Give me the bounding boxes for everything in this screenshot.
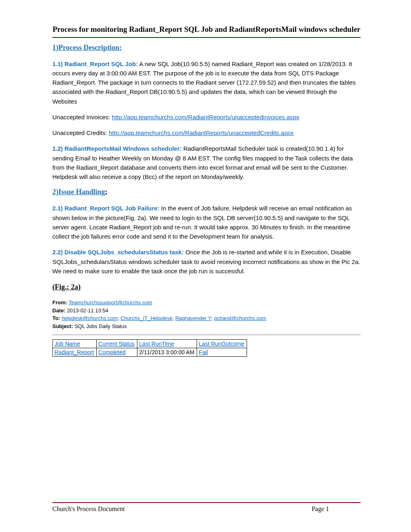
footer-left: Church's Process Document — [52, 505, 312, 513]
cell-job-name: Radiant_Report — [53, 348, 97, 357]
footer-page: Page 1 — [296, 505, 345, 513]
cell-last-runoutcome: Fail — [197, 348, 247, 357]
status-table: Job Name Current Status Last RunTime Las… — [52, 339, 247, 357]
email-date-value: 2013-02-11 13:54 — [67, 308, 108, 314]
paragraph-1-1: 1.1) Radiant_Report SQL Job: A new SQL J… — [52, 59, 361, 106]
email-to-label: To: — [52, 315, 60, 321]
unaccepted-invoices-line: Unaccepted Invoices: http://app.teamchur… — [52, 112, 361, 122]
section2-heading-text: 2)Issue Handling — [52, 188, 105, 196]
sep2: ; — [172, 315, 175, 321]
email-date-label: Date: — [52, 308, 66, 314]
paragraph-1-2: 1.2) RadiantReportsMail Windows schedule… — [52, 144, 361, 181]
footer-row: Church's Process Document Page 1 — [52, 505, 361, 513]
email-header-block: From: Teamchurchssupport@churchs.com Dat… — [52, 299, 361, 330]
cell-current-status: Completed — [97, 348, 137, 357]
figure-caption: (Fig.: 2a) — [52, 283, 361, 291]
email-to-3[interactable]: Raghavender Y — [175, 315, 211, 321]
para-1-1-lead: 1.1) Radiant_Report SQL Job — [52, 60, 136, 67]
divider-thin-2 — [52, 335, 361, 335]
title-rule — [52, 37, 361, 38]
email-from-line: From: Teamchurchssupport@churchs.com — [52, 299, 361, 307]
unaccepted-invoices-link[interactable]: http://app.teamchurchs.com/RadiantReport… — [112, 114, 299, 121]
col-current-status: Current Status — [97, 340, 137, 348]
section1-heading: 1)Process Description: — [52, 44, 361, 52]
email-subject-label: Subject: — [52, 323, 73, 329]
paragraph-2-2: 2.2) Disable SQLJobs_schedularsStatus ta… — [52, 247, 361, 276]
table-header-row: Job Name Current Status Last RunTime Las… — [53, 340, 247, 348]
divider-thin-1 — [52, 334, 361, 335]
cell-last-runtime: 2/11/2013 3:00:00 AM — [137, 348, 197, 357]
para-2-2-lead: 2.2) Disable SQLJobs_schedularsStatus ta… — [52, 249, 184, 256]
section2-heading-colon: : — [105, 188, 108, 196]
email-to-2[interactable]: Churchs_IT_Helpdesk — [120, 315, 172, 321]
para-1-2-lead: 1.2) RadiantReportsMail Windows schedule… — [52, 145, 182, 152]
para-2-1-lead: 2.1) Radiant_Report SQL Job Failure: — [52, 205, 160, 212]
section2-heading: 2)Issue Handling: — [52, 188, 361, 196]
col-last-runtime: Last RunTime — [137, 340, 197, 348]
footer: Church's Process Document Page 1 — [52, 502, 361, 513]
unaccepted-credits-line: Unaccepted Credits: http://app.teamchurc… — [52, 128, 361, 137]
email-subject-value: SQL Jobs Daily Status — [75, 323, 127, 329]
email-from-label: From: — [52, 299, 67, 305]
email-subject-line: Subject: SQL Jobs Daily Status — [52, 322, 361, 330]
email-to-1[interactable]: helpdesk@churchs.com — [62, 315, 118, 321]
document-title: Process for monitoring Radiant_Report SQ… — [52, 24, 361, 35]
table-row: Radiant_Report Completed 2/11/2013 3:00:… — [53, 348, 247, 357]
email-to-4[interactable]: pchand@churchs.com — [214, 315, 266, 321]
unaccepted-credits-link[interactable]: http://app.teamchurchs.com/RadiantReport… — [109, 129, 294, 136]
email-from-value[interactable]: Teamchurchssupport@churchs.com — [68, 299, 152, 305]
unaccepted-credits-label: Unaccepted Credits: — [52, 129, 109, 136]
paragraph-2-1: 2.1) Radiant_Report SQL Job Failure: In … — [52, 204, 361, 241]
unaccepted-invoices-label: Unaccepted Invoices: — [52, 114, 112, 121]
col-last-runoutcome: Last RunOutcome — [197, 340, 247, 348]
email-date-line: Date: 2013-02-11 13:54 — [52, 307, 361, 315]
footer-rule — [52, 502, 361, 503]
page: Process for monitoring Radiant_Report SQ… — [0, 0, 411, 532]
email-to-line: To: helpdesk@churchs.com; Churchs_IT_Hel… — [52, 314, 361, 322]
col-job-name: Job Name — [53, 340, 97, 348]
sep1: ; — [118, 315, 120, 321]
